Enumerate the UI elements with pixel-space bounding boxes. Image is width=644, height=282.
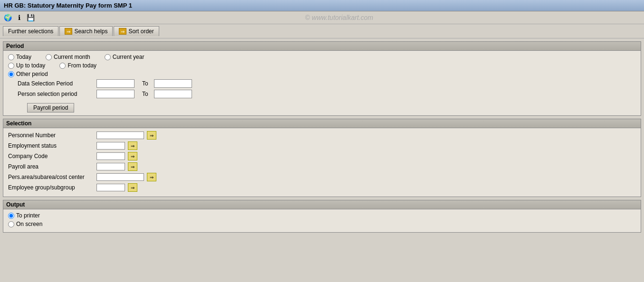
period-section: Period Today Current month Current year <box>3 41 641 116</box>
data-selection-period-to-input[interactable] <box>154 79 192 88</box>
person-selection-period-to-label: To <box>142 91 148 97</box>
person-selection-period-label: Person selection period <box>18 91 94 97</box>
personnel-number-input[interactable] <box>96 132 144 139</box>
selection-section-body: Personnel Number ⇒ Employment status ⇒ C… <box>3 128 641 197</box>
company-code-input[interactable] <box>96 152 125 160</box>
radio-current-year: Current year <box>105 54 144 60</box>
personnel-number-row: Personnel Number ⇒ <box>8 131 636 140</box>
employee-group-row: Employee group/subgroup ⇒ <box>8 183 636 192</box>
payroll-period-button[interactable]: Payroll period <box>27 103 74 113</box>
employment-status-input[interactable] <box>96 142 125 150</box>
company-code-arrow-button[interactable]: ⇒ <box>128 152 137 160</box>
selection-section: Selection Personnel Number ⇒ Employment … <box>3 119 641 197</box>
radio-up-to-today-label: Up to today <box>16 62 45 69</box>
on-screen-radio[interactable] <box>8 221 14 227</box>
person-selection-period-row: Person selection period To <box>18 90 636 98</box>
on-screen-row: On screen <box>8 221 636 227</box>
title-bar: HR GB: Statutory Maternity Pay form SMP … <box>0 0 644 11</box>
employee-group-label: Employee group/subgroup <box>8 184 94 191</box>
data-selection-period-label: Data Selection Period <box>18 80 94 87</box>
company-code-row: Company Code ⇒ <box>8 152 636 160</box>
pers-area-row: Pers.area/subarea/cost center ⇒ <box>8 173 636 181</box>
output-section: Output To printer On screen <box>3 200 641 233</box>
tab-sort-order-label: Sort order <box>128 28 154 35</box>
radio-other-period: Other period <box>8 71 48 77</box>
radio-current-year-input[interactable] <box>105 54 111 60</box>
person-selection-period-from-input[interactable] <box>96 90 135 98</box>
on-screen-label: On screen <box>16 221 42 227</box>
tab-sort-order[interactable]: ⇒ Sort order <box>114 26 159 36</box>
radio-today: Today <box>8 54 31 60</box>
tab-further-selections[interactable]: Further selections <box>3 26 58 36</box>
info-icon[interactable]: ℹ <box>14 13 24 22</box>
output-section-body: To printer On screen <box>3 209 641 232</box>
period-radio-row2: Up to today From today <box>8 62 636 69</box>
output-section-header: Output <box>3 200 641 209</box>
to-printer-label: To printer <box>16 212 40 219</box>
globe-icon[interactable]: 🌍 <box>3 13 12 22</box>
personnel-number-arrow-button[interactable]: ⇒ <box>147 131 156 140</box>
radio-today-input[interactable] <box>8 54 14 60</box>
employment-status-arrow-button[interactable]: ⇒ <box>128 141 137 150</box>
radio-from-today-input[interactable] <box>59 63 66 69</box>
tab-search-helps[interactable]: ⇒ Search helps <box>59 26 113 36</box>
toolbar: 🌍 ℹ 💾 © www.tutorialkart.com <box>0 11 644 24</box>
period-section-body: Today Current month Current year Up to t… <box>3 51 641 115</box>
search-helps-arrow-icon: ⇒ <box>65 28 72 35</box>
radio-current-year-label: Current year <box>113 54 144 60</box>
selection-section-header: Selection <box>3 119 641 128</box>
payroll-area-arrow-button[interactable]: ⇒ <box>128 162 137 171</box>
radio-current-month-input[interactable] <box>46 54 52 60</box>
pers-area-input[interactable] <box>96 173 144 181</box>
employee-group-arrow-button[interactable]: ⇒ <box>128 183 137 192</box>
radio-other-period-input[interactable] <box>8 71 14 77</box>
data-selection-period-from-input[interactable] <box>96 79 135 88</box>
company-code-label: Company Code <box>8 153 94 160</box>
radio-up-to-today-input[interactable] <box>8 63 14 69</box>
page-title: HR GB: Statutory Maternity Pay form SMP … <box>4 2 132 9</box>
person-selection-period-to-input[interactable] <box>154 90 192 98</box>
radio-today-label: Today <box>16 54 31 60</box>
to-printer-row: To printer <box>8 212 636 219</box>
payroll-area-row: Payroll area ⇒ <box>8 162 636 171</box>
period-radio-row3: Other period <box>8 71 636 77</box>
payroll-area-label: Payroll area <box>8 163 94 170</box>
main-content: Period Today Current month Current year <box>0 38 644 238</box>
employment-status-row: Employment status ⇒ <box>8 141 636 150</box>
pers-area-arrow-button[interactable]: ⇒ <box>147 173 156 181</box>
save-icon[interactable]: 💾 <box>26 13 35 22</box>
data-selection-period-row: Data Selection Period To <box>18 79 636 88</box>
period-radio-row1: Today Current month Current year <box>8 54 636 60</box>
personnel-number-label: Personnel Number <box>8 132 94 139</box>
period-section-header: Period <box>3 42 641 51</box>
to-printer-radio[interactable] <box>8 213 14 219</box>
tab-search-helps-label: Search helps <box>74 28 107 35</box>
tabs-bar: Further selections ⇒ Search helps ⇒ Sort… <box>0 24 644 38</box>
pers-area-label: Pers.area/subarea/cost center <box>8 174 94 180</box>
sort-order-arrow-icon: ⇒ <box>119 28 126 35</box>
employee-group-input[interactable] <box>96 184 125 191</box>
radio-other-period-label: Other period <box>16 71 48 77</box>
radio-from-today: From today <box>59 62 96 69</box>
data-selection-period-to-label: To <box>142 80 148 87</box>
radio-from-today-label: From today <box>67 62 96 69</box>
employment-status-label: Employment status <box>8 142 94 149</box>
radio-up-to-today: Up to today <box>8 62 45 69</box>
watermark: © www.tutorialkart.com <box>37 14 641 21</box>
tab-further-selections-label: Further selections <box>8 28 53 35</box>
payroll-area-input[interactable] <box>96 163 125 170</box>
radio-current-month-label: Current month <box>54 54 90 60</box>
radio-current-month: Current month <box>46 54 90 60</box>
